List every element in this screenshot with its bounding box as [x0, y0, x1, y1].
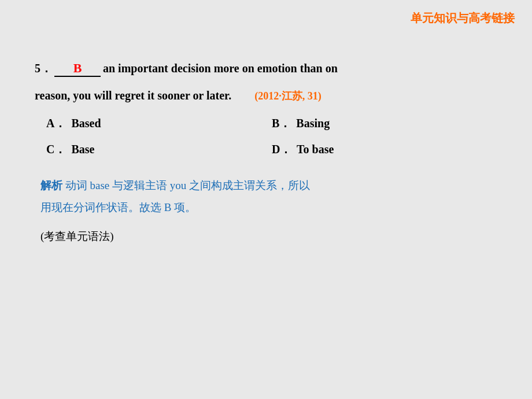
option-b: B． Basing — [272, 116, 497, 131]
grammar-note: (考查单元语法) — [40, 227, 497, 246]
analysis-text-2: 用现在分词作状语。故选 B 项。 — [40, 201, 196, 213]
option-c: C． Base — [46, 142, 272, 157]
option-c-text: Base — [71, 143, 94, 156]
header-title: 单元知识与高考链接 — [411, 10, 515, 26]
question-line-2: reason, you will regret it sooner or lat… — [35, 89, 497, 103]
analysis-block: 解析 动词 base 与逻辑主语 you 之间构成主谓关系，所以 用现在分词作状… — [40, 175, 497, 246]
option-b-letter: B． — [272, 117, 291, 130]
analysis-text-1: 动词 base 与逻辑主语 you 之间构成主谓关系，所以 — [65, 179, 310, 191]
option-a-letter: A． — [46, 117, 66, 130]
option-a-text: Based — [71, 117, 101, 130]
slide-container: 单元知识与高考链接 5． B an important decision mor… — [0, 0, 532, 399]
option-d: D． To base — [272, 142, 497, 157]
question-number: 5． — [35, 61, 52, 76]
question-block: 5． B an important decision more on emoti… — [35, 58, 497, 246]
options-grid: A． Based B． Basing C． Base D． To base — [46, 116, 497, 157]
question-text-after: an important decision more on emotion th… — [103, 58, 338, 79]
answer-blank: B — [54, 61, 101, 77]
question-line-1: 5． B an important decision more on emoti… — [35, 58, 497, 84]
analysis-line-1: 解析 动词 base 与逻辑主语 you 之间构成主谓关系，所以 — [40, 175, 497, 197]
analysis-line-2: 用现在分词作状语。故选 B 项。 — [40, 197, 497, 219]
analysis-label: 解析 — [40, 179, 62, 191]
option-d-letter: D． — [272, 143, 291, 156]
option-b-text: Basing — [296, 117, 330, 130]
option-c-letter: C． — [46, 143, 66, 156]
question-source: (2012·江苏, 31) — [254, 90, 322, 102]
question-second-line-text: reason, you will regret it sooner or lat… — [35, 89, 231, 102]
option-d-text: To base — [297, 143, 334, 156]
option-a: A． Based — [46, 116, 272, 131]
